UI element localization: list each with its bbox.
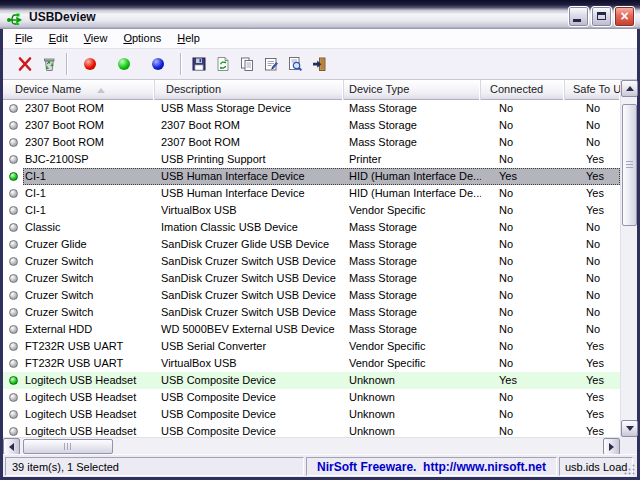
device-status-ball-icon <box>3 168 23 185</box>
cell-description: USB Printing Support <box>155 151 344 168</box>
maximize-button[interactable] <box>591 6 612 27</box>
arrow-left-icon <box>9 443 14 451</box>
exit-door-icon <box>311 56 327 72</box>
vertical-scrollbar[interactable] <box>620 80 637 437</box>
table-row[interactable]: Logitech USB Headset USB Composite Devic… <box>3 372 620 389</box>
table-row[interactable]: CI-1 USB Human Interface Device HID (Hum… <box>3 168 620 185</box>
table-row[interactable]: Logitech USB Headset USB Composite Devic… <box>3 389 620 406</box>
column-header-connected[interactable]: Connected <box>481 80 565 100</box>
cell-device-name: FT232R USB UART <box>23 338 155 355</box>
menu-item-edit[interactable]: Edit <box>41 30 76 47</box>
menu-item-file[interactable]: File <box>7 30 41 47</box>
cell-description: SanDisk Cruzer Glide USB Device <box>155 236 344 253</box>
menu-item-view[interactable]: View <box>76 30 116 47</box>
device-status-ball-icon <box>3 151 23 168</box>
cell-description: Imation Classic USB Device <box>155 219 344 236</box>
blue-ball-button[interactable] <box>146 52 170 76</box>
table-row[interactable]: 2307 Boot ROM 2307 Boot ROM Mass Storage… <box>3 117 620 134</box>
cell-device-name: Logitech USB Headset <box>23 423 155 437</box>
minimize-button[interactable] <box>568 6 589 27</box>
usbdeview-window: USBDeview × FileEditViewOptionsHelp <box>0 0 640 480</box>
device-status-ball-icon <box>3 202 23 219</box>
title-bar[interactable]: USBDeview × <box>0 0 640 29</box>
cell-connected: No <box>481 100 565 117</box>
column-header-description[interactable]: Description <box>155 80 344 100</box>
cell-device-name: Logitech USB Headset <box>23 406 155 423</box>
scroll-right-button[interactable] <box>603 438 620 455</box>
status-freeware-panel: NirSoft Freeware. http://www.nirsoft.net <box>306 457 557 476</box>
column-header-device-type[interactable]: Device Type <box>344 80 481 100</box>
menu-item-options[interactable]: Options <box>115 30 169 47</box>
device-status-ball-icon <box>3 287 23 304</box>
nirsoft-link[interactable]: NirSoft Freeware. http://www.nirsoft.net <box>317 460 546 474</box>
table-row[interactable]: FT232R USB UART VirtualBox USB Vendor Sp… <box>3 355 620 372</box>
exit-button[interactable] <box>307 52 331 76</box>
cell-safe-to-unplug: Yes <box>565 423 620 437</box>
table-row[interactable]: Logitech USB Headset USB Composite Devic… <box>3 423 620 437</box>
table-row[interactable]: BJC-2100SP USB Printing Support Printer … <box>3 151 620 168</box>
menu-item-help[interactable]: Help <box>169 30 208 47</box>
cell-safe-to-unplug: No <box>565 134 620 151</box>
cell-connected: No <box>481 236 565 253</box>
cell-description: USB Composite Device <box>155 406 344 423</box>
blue-ball-icon <box>152 58 164 70</box>
horizontal-scroll-thumb[interactable] <box>23 439 113 454</box>
table-row[interactable]: Cruzer Glide SanDisk Cruzer Glide USB De… <box>3 236 620 253</box>
table-row[interactable]: Logitech USB Headset USB Composite Devic… <box>3 406 620 423</box>
device-status-ball-icon <box>3 423 23 437</box>
table-row[interactable]: Cruzer Switch SanDisk Cruzer Switch USB … <box>3 304 620 321</box>
column-header-device-name[interactable]: Device Name <box>3 80 155 100</box>
copy-button[interactable] <box>235 52 259 76</box>
cell-safe-to-unplug: Yes <box>565 202 620 219</box>
scroll-down-button[interactable] <box>621 420 638 437</box>
cell-device-name: Cruzer Switch <box>23 253 155 270</box>
table-row[interactable]: FT232R USB UART USB Serial Converter Ven… <box>3 338 620 355</box>
scrollbar-corner <box>620 437 637 454</box>
cell-description: VirtualBox USB <box>155 202 344 219</box>
properties-button[interactable] <box>259 52 283 76</box>
cell-description: SanDisk Cruzer Switch USB Device <box>155 253 344 270</box>
device-status-ball-icon <box>3 185 23 202</box>
vertical-scroll-thumb[interactable] <box>622 104 637 226</box>
table-row[interactable]: 2307 Boot ROM USB Mass Storage Device Ma… <box>3 100 620 117</box>
cell-connected: No <box>481 406 565 423</box>
cell-safe-to-unplug: No <box>565 253 620 270</box>
disconnect-device-button[interactable] <box>37 52 61 76</box>
cell-device-type: Unknown <box>344 372 481 389</box>
uninstall-device-button[interactable] <box>13 52 37 76</box>
green-ball-button[interactable] <box>112 52 136 76</box>
device-status-ball-icon <box>3 134 23 151</box>
scroll-up-button[interactable] <box>621 80 638 97</box>
horizontal-scrollbar[interactable] <box>3 437 620 454</box>
cell-description: SanDisk Cruzer Switch USB Device <box>155 304 344 321</box>
find-button[interactable] <box>283 52 307 76</box>
cell-safe-to-unplug: No <box>565 117 620 134</box>
cell-safe-to-unplug: Yes <box>565 168 620 185</box>
table-row[interactable]: Cruzer Switch SanDisk Cruzer Switch USB … <box>3 270 620 287</box>
table-row[interactable]: CI-1 VirtualBox USB Vendor Specific No Y… <box>3 202 620 219</box>
red-ball-button[interactable] <box>78 52 102 76</box>
cell-connected: No <box>481 287 565 304</box>
cell-device-type: Vendor Specific <box>344 338 481 355</box>
table-row[interactable]: CI-1 USB Human Interface Device HID (Hum… <box>3 185 620 202</box>
table-row[interactable]: Cruzer Switch SanDisk Cruzer Switch USB … <box>3 287 620 304</box>
device-status-ball-icon <box>3 406 23 423</box>
scroll-left-button[interactable] <box>3 438 20 455</box>
table-row[interactable]: External HDD WD 5000BEV External USB Dev… <box>3 321 620 338</box>
resize-grip-icon[interactable] <box>623 463 636 476</box>
cell-safe-to-unplug: Yes <box>565 372 620 389</box>
save-report-button[interactable] <box>187 52 211 76</box>
table-row[interactable]: Cruzer Switch SanDisk Cruzer Switch USB … <box>3 253 620 270</box>
table-row[interactable]: 2307 Boot ROM 2307 Boot ROM Mass Storage… <box>3 134 620 151</box>
table-row[interactable]: Classic Imation Classic USB Device Mass … <box>3 219 620 236</box>
floppy-save-icon <box>191 56 207 72</box>
cell-safe-to-unplug: Yes <box>565 389 620 406</box>
cell-description: USB Composite Device <box>155 372 344 389</box>
close-button[interactable]: × <box>614 6 635 27</box>
column-header-safe-to-unplug[interactable]: Safe To Unplug <box>565 80 620 100</box>
cell-description: 2307 Boot ROM <box>155 117 344 134</box>
find-icon <box>287 56 303 72</box>
cell-device-type: Vendor Specific <box>344 202 481 219</box>
refresh-button[interactable] <box>211 52 235 76</box>
cell-connected: No <box>481 202 565 219</box>
